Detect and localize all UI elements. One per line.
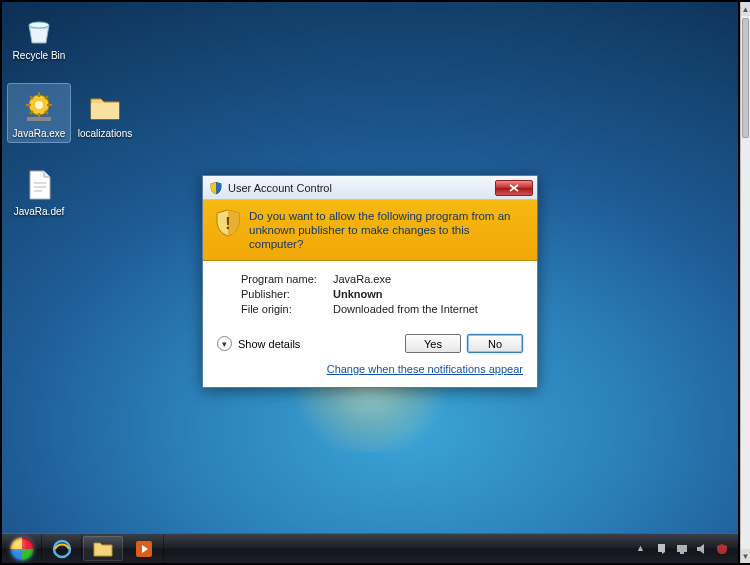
- desktop-icon-label: localizations: [74, 128, 136, 142]
- action-center-icon[interactable]: [656, 543, 668, 555]
- recycle-icon: [20, 10, 58, 48]
- internet-explorer-icon: [52, 539, 72, 559]
- system-tray[interactable]: ▲: [626, 534, 738, 563]
- scroll-down-icon[interactable]: ▼: [741, 549, 750, 563]
- taskbar-item-ie[interactable]: [42, 534, 82, 563]
- desktop-icon-javara-def[interactable]: JavaRa.def: [8, 162, 70, 220]
- exe-icon: [20, 88, 58, 126]
- taskbar-item-media-player[interactable]: [124, 534, 164, 563]
- warning-shield-icon: !: [215, 209, 241, 237]
- desktop-icon-javara-exe[interactable]: JavaRa.exe: [8, 84, 70, 142]
- svg-text:!: !: [225, 215, 230, 232]
- desktop-icon-label: Recycle Bin: [8, 50, 70, 64]
- show-hidden-icon[interactable]: ▲: [636, 543, 648, 555]
- chevron-down-icon: ▾: [217, 336, 232, 351]
- close-button[interactable]: [495, 180, 533, 196]
- publisher-value: Unknown: [333, 288, 383, 300]
- shield-icon: [209, 181, 223, 195]
- desktop-icon-localizations[interactable]: localizations: [74, 84, 136, 142]
- scrollbar-thumb[interactable]: [742, 18, 749, 138]
- yes-button[interactable]: Yes: [405, 334, 461, 353]
- scroll-up-icon[interactable]: ▲: [741, 2, 750, 16]
- network-icon[interactable]: [676, 543, 688, 555]
- taskbar: ▲: [2, 533, 738, 563]
- uac-dialog: User Account Control ! Do you want to al…: [202, 175, 538, 388]
- desktop-icon-label: JavaRa.exe: [8, 128, 70, 142]
- file-origin-value: Downloaded from the Internet: [333, 303, 478, 315]
- svg-rect-7: [680, 552, 684, 554]
- close-icon: [509, 184, 519, 192]
- uac-banner: ! Do you want to allow the following pro…: [203, 200, 537, 261]
- desktop-icon-label: JavaRa.def: [8, 206, 70, 220]
- folder-icon: [93, 540, 113, 558]
- desktop-icon-recycle-bin[interactable]: Recycle Bin: [8, 6, 70, 64]
- svg-point-2: [35, 101, 43, 109]
- program-name-label: Program name:: [241, 273, 333, 285]
- change-notifications-link[interactable]: Change when these notifications appear: [327, 363, 523, 375]
- svg-rect-6: [677, 545, 687, 552]
- show-details-label: Show details: [238, 338, 300, 350]
- taskbar-item-explorer[interactable]: [83, 536, 123, 561]
- no-button[interactable]: No: [467, 334, 523, 353]
- start-button[interactable]: [2, 534, 42, 563]
- file-origin-label: File origin:: [241, 303, 333, 315]
- uac-details: Program name: JavaRa.exe Publisher: Unkn…: [203, 261, 537, 324]
- folder-icon: [86, 88, 124, 126]
- show-details-toggle[interactable]: ▾ Show details: [217, 336, 300, 351]
- file-icon: [20, 166, 58, 204]
- security-icon[interactable]: [716, 543, 728, 555]
- media-player-icon: [135, 540, 153, 558]
- volume-icon[interactable]: [696, 543, 708, 555]
- uac-message: Do you want to allow the following progr…: [249, 209, 525, 251]
- window-scrollbar[interactable]: ▲ ▼: [740, 2, 750, 563]
- program-name-value: JavaRa.exe: [333, 273, 391, 285]
- uac-titlebar[interactable]: User Account Control: [203, 176, 537, 200]
- svg-point-0: [29, 22, 49, 28]
- windows-logo-icon: [10, 537, 34, 561]
- svg-point-4: [54, 541, 70, 557]
- publisher-label: Publisher:: [241, 288, 333, 300]
- uac-title-text: User Account Control: [228, 182, 495, 194]
